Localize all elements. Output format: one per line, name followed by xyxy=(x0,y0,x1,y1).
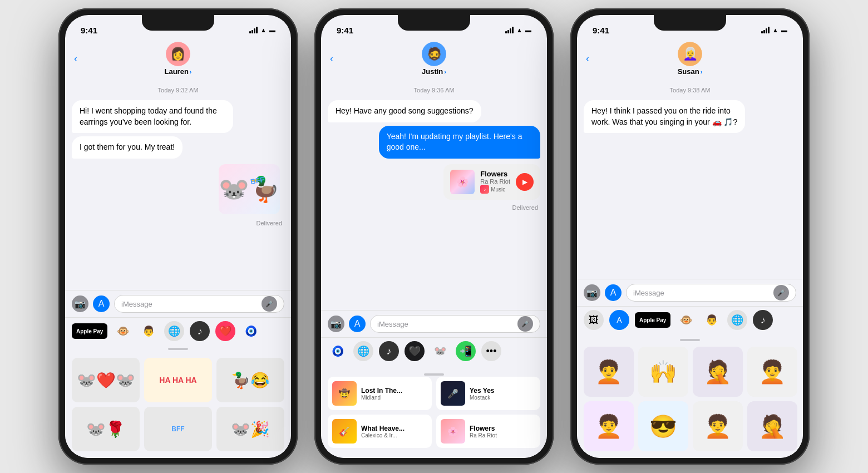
sticker-grid: 🐭❤️🐭 HA HA HA 🦆😂 🐭🌹 BFF 🐭🎉 xyxy=(65,351,291,458)
applepay-button[interactable]: Apple Pay xyxy=(72,323,107,339)
contact-name[interactable]: Lauren › xyxy=(164,67,191,76)
avatar[interactable]: 👩 xyxy=(166,42,190,66)
back-button[interactable]: ‹ xyxy=(74,53,77,65)
message-row: Hey! Have any good song suggestions? xyxy=(328,100,540,122)
music-panel-item-1[interactable]: 🤠 Lost In The... Midland xyxy=(328,377,432,410)
avatar[interactable]: 🧔 xyxy=(422,42,446,66)
apple-music-icon: ♪ xyxy=(480,185,489,194)
audio-button[interactable]: 🎤 xyxy=(517,316,533,332)
music-play-button[interactable]: ▶ xyxy=(516,173,534,191)
notch xyxy=(142,15,214,31)
more-button[interactable]: ••• xyxy=(481,341,501,361)
heart-button[interactable]: ❤️ xyxy=(215,321,235,341)
nav-header: ‹ 👩‍🦳 Susan › xyxy=(577,40,803,80)
audio-button[interactable]: 🎤 xyxy=(773,285,789,300)
photos-button[interactable]: 🖼 xyxy=(584,310,604,330)
memoji-7[interactable]: 🧑‍🦱 xyxy=(693,401,743,451)
apps-button[interactable]: A xyxy=(605,284,622,301)
message-input[interactable]: iMessage 🎤 xyxy=(114,295,284,313)
monkey-sticker-button[interactable]: 🐵 xyxy=(113,321,133,341)
music-card[interactable]: 🌸 Flowers Ra Ra Riot ♪ Music ▶ xyxy=(443,164,540,200)
audio-button[interactable]: 🎤 xyxy=(262,296,277,312)
screen-susan: 9:41 ▲ ▬ ‹ 👩‍🦳 xyxy=(577,15,803,458)
nav-header: ‹ 👩 Lauren › xyxy=(65,40,291,80)
back-button[interactable]: ‹ xyxy=(330,53,333,65)
music-panel-item-3[interactable]: 🎸 What Heave... Calexico & Ir... xyxy=(328,415,432,448)
person-button[interactable]: 👨 xyxy=(702,310,722,330)
message-input[interactable]: iMessage 🎤 xyxy=(370,315,540,333)
apps-icon-button[interactable]: A xyxy=(609,310,629,330)
timestamp: Today 9:32 AM xyxy=(72,87,284,93)
memoji-1[interactable]: 🧑‍🦱 xyxy=(584,347,634,397)
back-button[interactable]: ‹ xyxy=(586,53,589,65)
globe-button[interactable]: 🌐 xyxy=(164,321,184,341)
input-bar: 📷 A iMessage 🎤 xyxy=(65,290,291,317)
monkey-button[interactable]: 🐵 xyxy=(676,310,696,330)
globe-button[interactable]: 🌐 xyxy=(727,310,747,330)
wifi-icon: ▲ xyxy=(516,27,522,33)
sticker-cell-6[interactable]: 🐭🎉 xyxy=(216,407,284,451)
bubble-incoming: Hey! Have any good song suggestions? xyxy=(328,100,481,122)
music-button[interactable]: ♪ xyxy=(190,321,210,341)
apps-button[interactable]: A xyxy=(349,316,366,332)
sticker-area: BFF 🐭🦆 xyxy=(72,164,284,214)
camera-button[interactable]: 📷 xyxy=(328,316,344,332)
scroll-handle xyxy=(424,373,444,376)
scroll-handle xyxy=(168,348,188,350)
nav-header: ‹ 🧔 Justin › xyxy=(321,40,547,80)
dark-button[interactable]: 🖤 xyxy=(405,341,425,361)
music-artwork: 🌸 xyxy=(450,170,475,194)
music-panel-info-1: Lost In The... Midland xyxy=(361,387,402,401)
contact-name[interactable]: Justin › xyxy=(422,67,446,76)
input-placeholder: iMessage xyxy=(377,320,517,328)
battery-icon: ▬ xyxy=(781,27,787,33)
music-panel-info-4: Flowers Ra Ra Riot xyxy=(470,425,497,438)
globe-button[interactable]: 🌐 xyxy=(353,341,373,361)
music-panel-item-4[interactable]: 🌸 Flowers Ra Ra Riot xyxy=(436,415,540,448)
memoji-8[interactable]: 🤦 xyxy=(747,401,797,451)
sticker-button[interactable]: 🧿 xyxy=(241,321,261,341)
avatar[interactable]: 👩‍🦳 xyxy=(678,42,702,66)
memoji-5[interactable]: 🧑‍🦱 xyxy=(584,401,634,451)
sticker-button[interactable]: 🧿 xyxy=(328,341,348,361)
sticker-cell-5[interactable]: BFF xyxy=(144,407,212,451)
contact-name[interactable]: Susan › xyxy=(678,67,703,76)
bar3 xyxy=(254,28,255,33)
memoji-3[interactable]: 🤦 xyxy=(693,347,743,397)
green-button[interactable]: 📲 xyxy=(456,341,476,361)
person-sticker-button[interactable]: 👨 xyxy=(139,321,159,341)
memoji-4[interactable]: 🧑‍🦱 xyxy=(747,347,797,397)
bubble-incoming: Hey! I think I passed you on the ride in… xyxy=(584,100,745,133)
memoji-panel: 🧑‍🦱 🙌 🤦 🧑‍🦱 🧑‍🦱 😎 🧑‍🦱 🤦 xyxy=(577,333,803,458)
signal-bars xyxy=(761,27,770,33)
message-input[interactable]: iMessage 🎤 xyxy=(626,284,796,302)
contact-chevron-icon: › xyxy=(444,68,446,75)
camera-button[interactable]: 📷 xyxy=(584,284,600,301)
apps-button[interactable]: A xyxy=(93,295,110,312)
back-chevron-icon: ‹ xyxy=(330,53,333,65)
sticker-cell-2[interactable]: HA HA HA xyxy=(144,358,212,402)
status-icons: ▲ ▬ xyxy=(761,27,787,33)
delivered-label: Delivered xyxy=(72,220,282,226)
sticker-cell-4[interactable]: 🐭🌹 xyxy=(72,407,140,451)
music-panel-info-3: What Heave... Calexico & Ir... xyxy=(361,425,405,438)
phone-justin: 9:41 ▲ ▬ ‹ 🧔 Ju xyxy=(314,8,554,465)
bar4 xyxy=(256,27,258,33)
music-panel-item-2[interactable]: 🎤 Yes Yes Mostack xyxy=(436,377,540,410)
messages-area: Today 9:36 AM Hey! Have any good song su… xyxy=(321,80,547,310)
music-button[interactable]: ♪ xyxy=(379,341,399,361)
status-icons: ▲ ▬ xyxy=(505,27,531,33)
memoji-6[interactable]: 😎 xyxy=(638,401,688,451)
sticker-cell-1[interactable]: 🐭❤️🐭 xyxy=(72,358,140,402)
memoji-2[interactable]: 🙌 xyxy=(638,347,688,397)
app-tray: Apple Pay 🐵 👨 🌐 ♪ ❤️ 🧿 xyxy=(65,317,291,344)
music-panel-row-2: 🎸 What Heave... Calexico & Ir... 🌸 Flowe… xyxy=(328,415,540,448)
music-artist: Ra Ra Riot xyxy=(480,178,510,185)
wifi-icon: ▲ xyxy=(260,27,267,33)
camera-button[interactable]: 📷 xyxy=(72,295,88,312)
music-button[interactable]: ♪ xyxy=(753,310,773,330)
sticker-cell-3[interactable]: 🦆😂 xyxy=(216,358,284,402)
applepay-button[interactable]: Apple Pay xyxy=(635,312,670,328)
input-bar: 📷 A iMessage 🎤 xyxy=(321,310,547,337)
monkey-button[interactable]: 🐭 xyxy=(430,341,450,361)
